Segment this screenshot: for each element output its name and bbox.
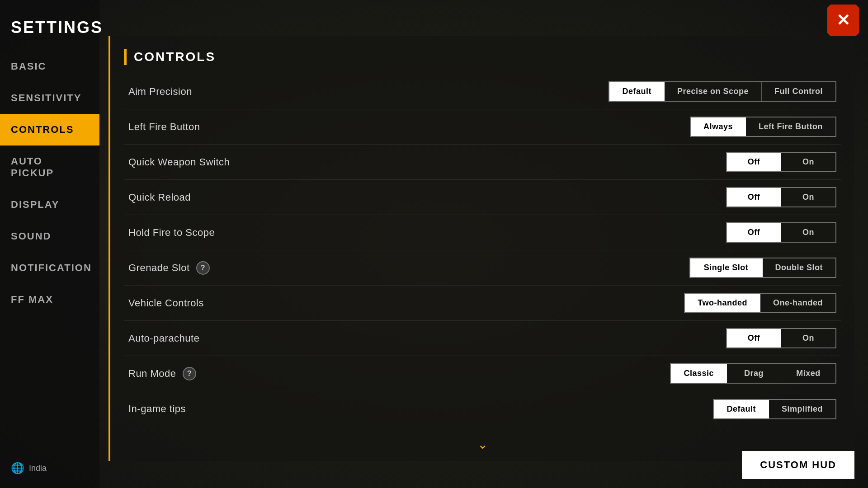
sidebar-item-sensitivity[interactable]: SENSITIVITY: [0, 82, 99, 114]
toggle-btn-auto-parachute-1[interactable]: On: [781, 329, 835, 347]
toggle-group-grenade-slot: Single SlotDouble Slot: [689, 258, 837, 278]
toggle-btn-quick-weapon-switch-0[interactable]: Off: [727, 153, 781, 171]
setting-row-grenade-slot: Grenade Slot?Single SlotDouble Slot: [124, 250, 841, 286]
toggle-btn-aim-precision-2[interactable]: Full Control: [762, 82, 835, 101]
toggle-btn-run-mode-0[interactable]: Classic: [671, 364, 727, 383]
toggle-btn-grenade-slot-1[interactable]: Double Slot: [763, 258, 836, 277]
setting-label-quick-reload: Quick Reload: [128, 192, 191, 203]
setting-row-in-game-tips: In-game tipsDefaultSimplified: [124, 391, 841, 427]
setting-label-in-game-tips: In-game tips: [128, 403, 186, 415]
region-label: India: [29, 464, 47, 473]
toggle-group-left-fire-button: AlwaysLeft Fire Button: [690, 117, 836, 137]
close-button[interactable]: ✕: [827, 5, 859, 36]
setting-row-quick-reload: Quick ReloadOffOn: [124, 180, 841, 215]
toggle-btn-run-mode-2[interactable]: Mixed: [781, 364, 835, 383]
main-content: CONTROLS Aim PrecisionDefaultPrecise on …: [108, 36, 854, 461]
toggle-btn-left-fire-button-1[interactable]: Left Fire Button: [746, 117, 835, 136]
setting-row-left-fire-button: Left Fire ButtonAlwaysLeft Fire Button: [124, 109, 841, 145]
settings-list: Aim PrecisionDefaultPrecise on ScopeFull…: [110, 74, 854, 427]
sidebar-footer: 🌐 India: [11, 462, 47, 474]
setting-label-group-quick-reload: Quick Reload: [128, 192, 191, 203]
toggle-btn-in-game-tips-0[interactable]: Default: [714, 400, 769, 418]
toggle-btn-left-fire-button-0[interactable]: Always: [691, 117, 746, 136]
help-icon-run-mode[interactable]: ?: [183, 367, 196, 380]
setting-label-group-grenade-slot: Grenade Slot?: [128, 261, 210, 275]
setting-label-group-hold-fire-to-scope: Hold Fire to Scope: [128, 227, 215, 239]
setting-row-run-mode: Run Mode?ClassicDragMixed: [124, 356, 841, 391]
section-title: CONTROLS: [134, 50, 216, 64]
setting-label-group-vehicle-controls: Vehicle Controls: [128, 297, 204, 309]
toggle-btn-aim-precision-0[interactable]: Default: [609, 82, 665, 101]
setting-label-group-aim-precision: Aim Precision: [128, 86, 192, 98]
toggle-btn-run-mode-1[interactable]: Drag: [727, 364, 781, 383]
setting-label-left-fire-button: Left Fire Button: [128, 121, 200, 133]
toggle-btn-vehicle-controls-1[interactable]: One-handed: [760, 294, 835, 312]
setting-label-hold-fire-to-scope: Hold Fire to Scope: [128, 227, 215, 239]
section-indicator: [124, 49, 127, 65]
setting-label-run-mode: Run Mode: [128, 368, 176, 380]
toggle-btn-aim-precision-1[interactable]: Precise on Scope: [665, 82, 762, 101]
toggle-group-run-mode: ClassicDragMixed: [670, 363, 836, 384]
setting-label-group-auto-parachute: Auto-parachute: [128, 333, 199, 344]
toggle-btn-auto-parachute-0[interactable]: Off: [727, 329, 781, 347]
toggle-group-in-game-tips: DefaultSimplified: [713, 399, 836, 419]
setting-label-aim-precision: Aim Precision: [128, 86, 192, 98]
app-title: SETTINGS: [0, 9, 99, 51]
custom-hud-button[interactable]: CUSTOM HUD: [742, 451, 854, 479]
sidebar-item-basic[interactable]: BASIC: [0, 51, 99, 82]
toggle-group-quick-weapon-switch: OffOn: [726, 152, 836, 172]
sidebar: SETTINGS BASICSENSITIVITYCONTROLSAUTO PI…: [0, 0, 99, 488]
setting-label-group-run-mode: Run Mode?: [128, 367, 196, 380]
sidebar-item-display[interactable]: DISPLAY: [0, 189, 99, 221]
setting-label-grenade-slot: Grenade Slot: [128, 262, 190, 274]
scroll-down-icon[interactable]: ⌄: [477, 437, 488, 452]
toggle-btn-quick-reload-0[interactable]: Off: [727, 188, 781, 206]
toggle-group-aim-precision: DefaultPrecise on ScopeFull Control: [609, 81, 836, 102]
toggle-group-vehicle-controls: Two-handedOne-handed: [684, 293, 836, 313]
toggle-group-auto-parachute: OffOn: [726, 328, 836, 348]
section-header: CONTROLS: [110, 36, 854, 74]
sidebar-item-notification[interactable]: NOTIFICATION: [0, 252, 99, 284]
toggle-btn-vehicle-controls-0[interactable]: Two-handed: [685, 294, 760, 312]
toggle-btn-grenade-slot-0[interactable]: Single Slot: [690, 258, 763, 277]
toggle-group-quick-reload: OffOn: [726, 187, 836, 207]
setting-row-hold-fire-to-scope: Hold Fire to ScopeOffOn: [124, 215, 841, 250]
toggle-btn-hold-fire-to-scope-1[interactable]: On: [781, 223, 835, 242]
help-icon-grenade-slot[interactable]: ?: [196, 261, 210, 275]
globe-icon: 🌐: [11, 462, 24, 474]
toggle-group-hold-fire-to-scope: OffOn: [726, 222, 836, 243]
setting-row-quick-weapon-switch: Quick Weapon SwitchOffOn: [124, 145, 841, 180]
sidebar-item-auto-pickup[interactable]: AUTO PICKUP: [0, 145, 99, 189]
sidebar-item-sound[interactable]: SOUND: [0, 221, 99, 252]
toggle-btn-quick-reload-1[interactable]: On: [781, 188, 835, 206]
toggle-btn-hold-fire-to-scope-0[interactable]: Off: [727, 223, 781, 242]
sidebar-nav: BASICSENSITIVITYCONTROLSAUTO PICKUPDISPL…: [0, 51, 99, 315]
setting-row-auto-parachute: Auto-parachuteOffOn: [124, 321, 841, 356]
setting-row-vehicle-controls: Vehicle ControlsTwo-handedOne-handed: [124, 286, 841, 321]
setting-label-quick-weapon-switch: Quick Weapon Switch: [128, 156, 230, 168]
setting-label-group-quick-weapon-switch: Quick Weapon Switch: [128, 156, 230, 168]
toggle-btn-in-game-tips-1[interactable]: Simplified: [769, 400, 835, 418]
setting-label-auto-parachute: Auto-parachute: [128, 333, 199, 344]
setting-row-aim-precision: Aim PrecisionDefaultPrecise on ScopeFull…: [124, 74, 841, 109]
setting-label-group-in-game-tips: In-game tips: [128, 403, 186, 415]
toggle-btn-quick-weapon-switch-1[interactable]: On: [781, 153, 835, 171]
setting-label-vehicle-controls: Vehicle Controls: [128, 297, 204, 309]
sidebar-item-controls[interactable]: CONTROLS: [0, 114, 99, 145]
sidebar-item-ff-max[interactable]: FF MAX: [0, 284, 99, 315]
setting-label-group-left-fire-button: Left Fire Button: [128, 121, 200, 133]
